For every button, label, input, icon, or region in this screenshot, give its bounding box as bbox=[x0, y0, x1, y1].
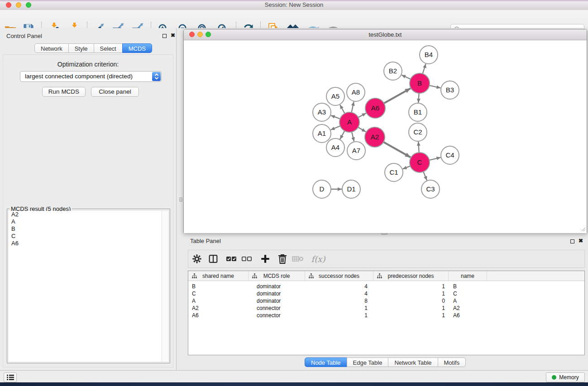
attribute-tree-icon bbox=[252, 273, 257, 278]
table-row[interactable]: A2 connector 1 1 A2 bbox=[188, 305, 584, 312]
graph-node-label: C bbox=[417, 158, 422, 166]
zoom-window-button[interactable] bbox=[26, 2, 31, 8]
tab-style[interactable]: Style bbox=[68, 43, 94, 53]
table-panel-float-button[interactable] bbox=[569, 238, 575, 244]
cell[interactable]: dominator bbox=[249, 298, 305, 304]
table-row[interactable]: C dominator 4 1 C bbox=[188, 290, 584, 297]
node-table-header: shared name MCDS role successor nodes pr… bbox=[188, 271, 584, 281]
column-header-mcds-role[interactable]: MCDS role bbox=[249, 271, 305, 281]
minimize-window-button[interactable] bbox=[16, 2, 21, 8]
cell[interactable]: connector bbox=[249, 305, 305, 311]
cell[interactable]: 4 bbox=[305, 291, 373, 297]
column-label: name bbox=[461, 273, 474, 279]
cell[interactable]: B bbox=[188, 283, 249, 290]
cell[interactable]: dominator bbox=[249, 283, 305, 290]
run-mcds-button[interactable]: Run MCDS bbox=[42, 87, 86, 97]
tab-select[interactable]: Select bbox=[94, 43, 123, 53]
mcds-panel: Optimization criterion: largest connecte… bbox=[3, 54, 173, 367]
select-all-icon[interactable] bbox=[225, 253, 238, 265]
network-window-title: testGlobe.txt bbox=[184, 29, 587, 40]
control-panel-float-button[interactable] bbox=[161, 33, 167, 39]
graph-node-label: C1 bbox=[389, 168, 398, 176]
cell[interactable]: A6 bbox=[449, 312, 487, 319]
criterion-dropdown[interactable]: largest connected component (directed) bbox=[20, 71, 162, 82]
add-row-icon[interactable] bbox=[259, 253, 272, 265]
table-row[interactable]: B dominator 4 1 B bbox=[188, 283, 584, 290]
cell[interactable]: 1 bbox=[305, 312, 373, 319]
attribute-tree-icon bbox=[377, 273, 382, 278]
cell[interactable]: 1 bbox=[373, 312, 449, 319]
status-bar: Memory bbox=[0, 370, 588, 382]
delete-table-icon[interactable] bbox=[292, 253, 304, 265]
column-header-shared-name[interactable]: shared name bbox=[188, 271, 249, 281]
cell[interactable]: 1 bbox=[373, 291, 449, 297]
float-icon bbox=[570, 239, 574, 243]
cell[interactable]: A bbox=[188, 298, 249, 304]
network-minimize-button[interactable] bbox=[197, 32, 203, 37]
mcds-result-list[interactable]: A2 A B C A6 bbox=[9, 211, 168, 362]
network-canvas[interactable]: AA1A2A3A4A5A6A7A8BB1B2B3B4CC1C2C3C4DD1 bbox=[184, 40, 587, 233]
mdi-vertical-scrollbar-thumb[interactable] bbox=[179, 197, 182, 202]
list-item[interactable]: A2 bbox=[9, 211, 168, 218]
column-header-name[interactable]: name bbox=[449, 271, 487, 281]
graph-node-label: A8 bbox=[352, 88, 360, 96]
column-label: predecessor nodes bbox=[387, 273, 434, 279]
optimization-criterion-label: Optimization criterion: bbox=[3, 61, 173, 68]
list-item[interactable]: A6 bbox=[9, 240, 168, 247]
criterion-value: largest connected component (directed) bbox=[25, 71, 133, 81]
cell[interactable]: 4 bbox=[305, 283, 373, 290]
graph-node-label: A bbox=[347, 118, 352, 126]
cell[interactable]: A6 bbox=[188, 312, 249, 319]
cell[interactable]: A2 bbox=[188, 305, 249, 311]
control-panel-title: Control Panel bbox=[6, 33, 42, 39]
cell[interactable]: C bbox=[188, 291, 249, 297]
table-panel-title: Table Panel bbox=[190, 238, 221, 244]
tab-network[interactable]: Network bbox=[34, 43, 69, 53]
tab-node-table[interactable]: Node Table bbox=[305, 357, 347, 367]
cell[interactable]: 0 bbox=[373, 298, 449, 304]
cell[interactable]: C bbox=[449, 291, 487, 297]
network-graph[interactable]: AA1A2A3A4A5A6A7A8BB1B2B3B4CC1C2C3C4DD1 bbox=[184, 40, 587, 233]
cell[interactable]: A bbox=[449, 298, 487, 304]
show-column-icon[interactable] bbox=[207, 253, 220, 265]
cell[interactable]: 8 bbox=[305, 298, 373, 304]
memory-button[interactable]: Memory bbox=[546, 372, 585, 382]
network-zoom-button[interactable] bbox=[206, 32, 211, 37]
graph-node-label: A2 bbox=[371, 133, 379, 141]
graph-node-label: D bbox=[320, 185, 325, 193]
cell[interactable]: 1 bbox=[373, 305, 449, 311]
graph-node-label: A5 bbox=[331, 92, 339, 100]
table-panel-close-button[interactable]: ✖ bbox=[578, 238, 584, 244]
list-item[interactable]: B bbox=[9, 225, 168, 233]
table-settings-icon[interactable] bbox=[191, 253, 203, 265]
tab-network-table[interactable]: Network Table bbox=[388, 357, 438, 367]
tab-motifs[interactable]: Motifs bbox=[438, 357, 466, 367]
cell[interactable]: 1 bbox=[373, 283, 449, 290]
result-scrollbar[interactable] bbox=[162, 211, 168, 362]
resize-grip-icon[interactable] bbox=[581, 227, 586, 232]
cell[interactable]: B bbox=[449, 283, 487, 290]
close-window-button[interactable] bbox=[6, 2, 11, 8]
table-row[interactable]: A6 connector 1 1 A6 bbox=[188, 312, 584, 319]
list-item[interactable]: A bbox=[9, 218, 168, 225]
cell[interactable]: dominator bbox=[249, 291, 305, 297]
column-header-predecessor-nodes[interactable]: predecessor nodes bbox=[373, 271, 449, 281]
graph-node-label: C4 bbox=[445, 151, 454, 159]
function-builder-icon[interactable]: f(x) bbox=[309, 253, 327, 265]
show-panels-button[interactable] bbox=[4, 372, 17, 382]
cell[interactable]: connector bbox=[249, 312, 305, 319]
table-row[interactable]: A dominator 8 0 A bbox=[188, 297, 584, 305]
network-window-titlebar[interactable]: testGlobe.txt bbox=[184, 29, 587, 40]
delete-row-icon[interactable] bbox=[276, 253, 289, 265]
deselect-all-icon[interactable] bbox=[240, 253, 253, 265]
network-close-button[interactable] bbox=[189, 32, 195, 37]
tab-edge-table[interactable]: Edge Table bbox=[347, 357, 389, 367]
list-item[interactable]: C bbox=[9, 233, 168, 240]
close-panel-button[interactable]: Close panel bbox=[91, 87, 139, 97]
column-header-successor-nodes[interactable]: successor nodes bbox=[305, 271, 373, 281]
tab-mcds[interactable]: MCDS bbox=[122, 43, 152, 53]
cell[interactable]: 1 bbox=[305, 305, 373, 311]
cell[interactable]: A2 bbox=[449, 305, 487, 311]
column-label: MCDS role bbox=[263, 273, 290, 279]
control-panel-close-button[interactable]: ✖ bbox=[170, 32, 176, 38]
